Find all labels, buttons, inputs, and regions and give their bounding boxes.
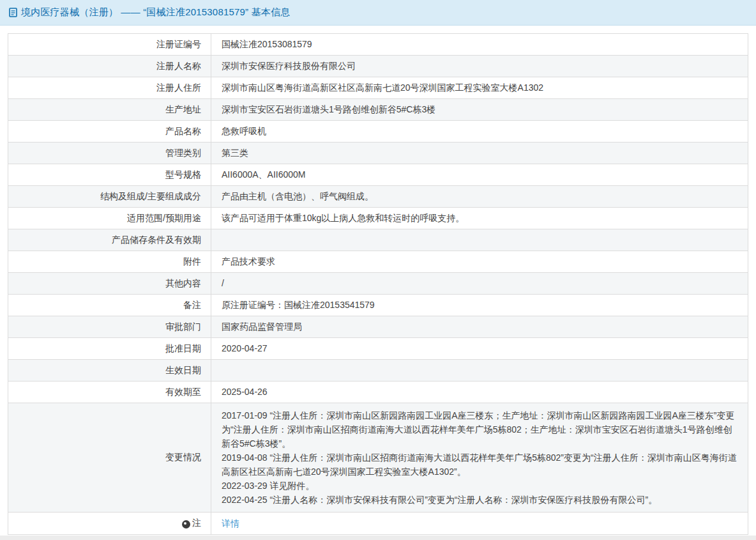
row-value: 深圳市南山区粤海街道高新区社区高新南七道20号深圳国家工程实验室大楼A1302 xyxy=(211,77,748,98)
row-label: 产品名称 xyxy=(8,121,211,142)
note-icon xyxy=(182,520,190,528)
table-row: 生产地址 深圳市宝安区石岩街道塘头1号路创维创新谷5#C栋3楼 xyxy=(8,99,748,121)
row-value: 2017-01-09 “注册人住所：深圳市南山区新园路南园工业园A座三楼东；生产… xyxy=(211,403,748,512)
note-label: 注 xyxy=(192,518,201,529)
row-label: 生产地址 xyxy=(8,99,211,120)
row-label: 批准日期 xyxy=(8,338,211,359)
table-row-note: 注 详情 xyxy=(8,513,748,534)
row-value: / xyxy=(211,273,748,294)
row-label: 型号规格 xyxy=(8,164,211,185)
page-header: 境内医疗器械（注册） —— “国械注准20153081579” 基本信息 xyxy=(0,0,756,26)
row-label: 注册人住所 xyxy=(8,77,211,98)
table-row: 产品储存条件及有效期 xyxy=(8,229,748,251)
row-label: 其他内容 xyxy=(8,273,211,294)
row-value: 详情 xyxy=(211,513,748,534)
row-value: AII6000A、AII6000M xyxy=(211,164,748,185)
row-value: 产品由主机（含电池）、呼气阀组成。 xyxy=(211,186,748,207)
row-value: 产品技术要求 xyxy=(211,251,748,272)
registration-info-table: 注册证编号 国械注准20153081579 注册人名称 深圳市安保医疗科技股份有… xyxy=(8,33,748,535)
row-value: 2025-04-26 xyxy=(211,382,748,403)
row-value: 国家药品监督管理局 xyxy=(211,316,748,337)
row-value: 该产品可适用于体重10kg以上病人急救和转运时的呼吸支持。 xyxy=(211,208,748,229)
change-entry: 2022-03-29 详见附件。 xyxy=(222,479,737,493)
table-row: 有效期至 2025-04-26 xyxy=(8,382,748,403)
table-row: 其他内容 / xyxy=(8,273,748,295)
table-row: 型号规格 AII6000A、AII6000M xyxy=(8,164,748,186)
page: 境内医疗器械（注册） —— “国械注准20153081579” 基本信息 注册证… xyxy=(0,0,756,536)
row-label: 注册证编号 xyxy=(8,34,211,55)
table-row: 附件 产品技术要求 xyxy=(8,251,748,273)
row-value: 深圳市宝安区石岩街道塘头1号路创维创新谷5#C栋3楼 xyxy=(211,99,748,120)
table-row: 生效日期 xyxy=(8,360,748,382)
row-value: 原注册证编号：国械注准20153541579 xyxy=(211,295,748,316)
document-icon xyxy=(9,8,17,17)
row-label: 产品储存条件及有效期 xyxy=(8,229,211,251)
row-label: 适用范围/预期用途 xyxy=(8,208,211,229)
table-row: 注册证编号 国械注准20153081579 xyxy=(8,34,748,56)
table-row: 结构及组成/主要组成成分 产品由主机（含电池）、呼气阀组成。 xyxy=(8,186,748,208)
table-row: 批准日期 2020-04-27 xyxy=(8,338,748,360)
row-label: 结构及组成/主要组成成分 xyxy=(8,186,211,207)
detail-link[interactable]: 详情 xyxy=(222,517,239,530)
table-row: 注册人住所 深圳市南山区粤海街道高新区社区高新南七道20号深圳国家工程实验室大楼… xyxy=(8,77,748,99)
row-label: 审批部门 xyxy=(8,316,211,337)
table-row: 产品名称 急救呼吸机 xyxy=(8,121,748,143)
page-title: 境内医疗器械（注册） —— “国械注准20153081579” 基本信息 xyxy=(21,6,290,19)
table-row: 管理类别 第三类 xyxy=(8,143,748,164)
row-label: 注 xyxy=(8,513,211,534)
row-label: 有效期至 xyxy=(8,382,211,403)
table-row-changes: 变更情况 2017-01-09 “注册人住所：深圳市南山区新园路南园工业园A座三… xyxy=(8,403,748,513)
change-entry: 2019-04-08 “注册人住所：深圳市南山区招商街道南海大道以西花样年美年广… xyxy=(222,451,737,479)
table-row: 适用范围/预期用途 该产品可适用于体重10kg以上病人急救和转运时的呼吸支持。 xyxy=(8,208,748,229)
row-label: 注册人名称 xyxy=(8,56,211,77)
row-label: 生效日期 xyxy=(8,360,211,381)
change-entry: 2022-04-25 “注册人名称：深圳市安保科技有限公司”变更为“注册人名称：… xyxy=(222,493,737,507)
row-label: 变更情况 xyxy=(8,403,211,512)
row-label: 管理类别 xyxy=(8,143,211,164)
table-row: 审批部门 国家药品监督管理局 xyxy=(8,316,748,338)
change-entry: 2017-01-09 “注册人住所：深圳市南山区新园路南园工业园A座三楼东；生产… xyxy=(222,408,737,451)
table-row: 备注 原注册证编号：国械注准20153541579 xyxy=(8,295,748,316)
row-value: 第三类 xyxy=(211,143,748,164)
row-label: 附件 xyxy=(8,251,211,272)
row-value: 国械注准20153081579 xyxy=(211,34,748,55)
row-value: 2020-04-27 xyxy=(211,338,748,359)
row-value: 深圳市安保医疗科技股份有限公司 xyxy=(211,56,748,77)
row-value xyxy=(211,360,748,381)
row-label: 备注 xyxy=(8,295,211,316)
table-row: 注册人名称 深圳市安保医疗科技股份有限公司 xyxy=(8,56,748,77)
row-value xyxy=(211,229,748,251)
row-value: 急救呼吸机 xyxy=(211,121,748,142)
